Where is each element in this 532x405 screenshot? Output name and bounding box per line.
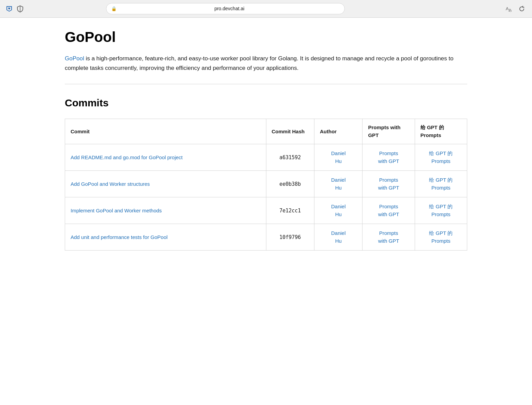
lock-icon: 🔒 bbox=[111, 5, 117, 12]
commit-hash-0: a631592 bbox=[279, 154, 301, 161]
author-link-2[interactable]: DanielHu bbox=[331, 204, 346, 217]
browser-toolbar: 🔒 pro.devchat.ai A あ bbox=[0, 0, 532, 18]
refresh-button[interactable] bbox=[517, 4, 527, 14]
commit-cell-1: Add GoPool and Worker structures bbox=[65, 171, 266, 197]
commits-section-title: Commits bbox=[65, 95, 467, 110]
commit-link-3[interactable]: Add unit and performance tests for GoPoo… bbox=[71, 234, 167, 240]
gpt-prompts-cell-3: 给 GPT 的Prompts bbox=[415, 224, 467, 251]
gpt-prompts-link-1[interactable]: 给 GPT 的Prompts bbox=[429, 177, 453, 191]
page-description: GoPool is a high-performance, feature-ri… bbox=[65, 54, 467, 73]
gpt-prompts-link-2[interactable]: 给 GPT 的Prompts bbox=[429, 204, 453, 217]
gpt-prompts-link-3[interactable]: 给 GPT 的Prompts bbox=[429, 230, 453, 244]
table-row: Add GoPool and Worker structures ee0b38b… bbox=[65, 171, 467, 197]
devchat-extension-icon[interactable] bbox=[5, 5, 13, 13]
th-commit-hash: Commit Hash bbox=[266, 119, 314, 144]
browser-extension-icons bbox=[5, 5, 24, 13]
commit-hash-2: 7e12cc1 bbox=[279, 208, 301, 214]
table-row: Implement GoPool and Worker methods 7e12… bbox=[65, 197, 467, 224]
commit-hash-3: 10f9796 bbox=[279, 234, 301, 240]
address-bar[interactable]: 🔒 pro.devchat.ai bbox=[106, 3, 345, 14]
table-row: Add unit and performance tests for GoPoo… bbox=[65, 224, 467, 251]
commit-hash-1: ee0b38b bbox=[279, 181, 301, 187]
th-prompts-with-gpt: Prompts with GPT bbox=[363, 119, 415, 144]
table-row: Add README.md and go.mod for GoPool proj… bbox=[65, 144, 467, 171]
author-cell-3: DanielHu bbox=[314, 224, 362, 251]
url-text: pro.devchat.ai bbox=[119, 5, 340, 12]
svg-text:あ: あ bbox=[508, 8, 512, 12]
section-divider bbox=[65, 84, 467, 84]
page-title: GoPool bbox=[65, 29, 467, 46]
hash-cell-3: 10f9796 bbox=[266, 224, 314, 251]
shield-extension-icon[interactable] bbox=[16, 5, 24, 13]
commits-table: Commit Commit Hash Author Prompts with G… bbox=[65, 119, 467, 251]
commit-link-2[interactable]: Implement GoPool and Worker methods bbox=[71, 208, 162, 213]
commit-cell-0: Add README.md and go.mod for GoPool proj… bbox=[65, 144, 266, 171]
author-cell-2: DanielHu bbox=[314, 197, 362, 224]
prompts-gpt-cell-1: Promptswith GPT bbox=[363, 171, 415, 197]
prompts-gpt-cell-2: Promptswith GPT bbox=[363, 197, 415, 224]
prompts-gpt-link-1[interactable]: Promptswith GPT bbox=[378, 177, 399, 191]
prompts-gpt-link-0[interactable]: Promptswith GPT bbox=[378, 150, 399, 164]
gopool-link[interactable]: GoPool bbox=[65, 55, 84, 62]
prompts-gpt-cell-3: Promptswith GPT bbox=[363, 224, 415, 251]
prompts-gpt-link-2[interactable]: Promptswith GPT bbox=[378, 204, 399, 217]
table-header-row: Commit Commit Hash Author Prompts with G… bbox=[65, 119, 467, 144]
commit-cell-3: Add unit and performance tests for GoPoo… bbox=[65, 224, 266, 251]
th-author: Author bbox=[314, 119, 362, 144]
page-content: GoPool GoPool is a high-performance, fea… bbox=[51, 18, 481, 271]
author-link-1[interactable]: DanielHu bbox=[331, 177, 346, 191]
hash-cell-2: 7e12cc1 bbox=[266, 197, 314, 224]
th-commit: Commit bbox=[65, 119, 266, 144]
commit-link-1[interactable]: Add GoPool and Worker structures bbox=[71, 181, 150, 187]
commit-cell-2: Implement GoPool and Worker methods bbox=[65, 197, 266, 224]
author-link-3[interactable]: DanielHu bbox=[331, 230, 346, 244]
prompts-gpt-link-3[interactable]: Promptswith GPT bbox=[378, 230, 399, 244]
hash-cell-0: a631592 bbox=[266, 144, 314, 171]
th-gpt-prompts: 给 GPT 的 Prompts bbox=[415, 119, 467, 144]
author-cell-1: DanielHu bbox=[314, 171, 362, 197]
gpt-prompts-cell-0: 给 GPT 的Prompts bbox=[415, 144, 467, 171]
translate-button[interactable]: A あ bbox=[505, 4, 514, 14]
browser-actions: A あ bbox=[505, 4, 527, 14]
hash-cell-1: ee0b38b bbox=[266, 171, 314, 197]
gpt-prompts-cell-1: 给 GPT 的Prompts bbox=[415, 171, 467, 197]
gpt-prompts-link-0[interactable]: 给 GPT 的Prompts bbox=[429, 150, 453, 164]
commit-link-0[interactable]: Add README.md and go.mod for GoPool proj… bbox=[71, 154, 183, 160]
author-cell-0: DanielHu bbox=[314, 144, 362, 171]
description-text: is a high-performance, feature-rich, and… bbox=[65, 55, 454, 71]
prompts-gpt-cell-0: Promptswith GPT bbox=[363, 144, 415, 171]
gpt-prompts-cell-2: 给 GPT 的Prompts bbox=[415, 197, 467, 224]
author-link-0[interactable]: DanielHu bbox=[331, 150, 346, 164]
